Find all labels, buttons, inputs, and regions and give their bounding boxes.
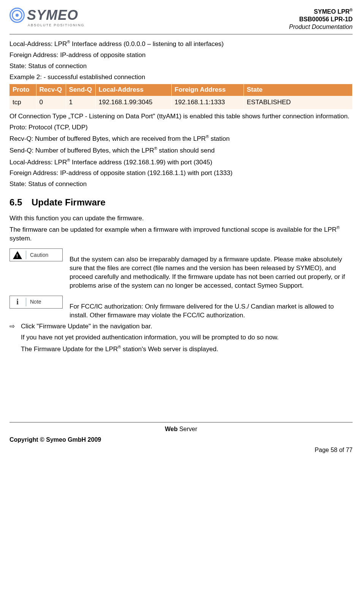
section-heading: 6.5Update Firmware: [9, 196, 353, 209]
table-header-row: Proto Recv-Q Send-Q Local-Address Foreig…: [9, 84, 353, 96]
hdr-line1: SYMEO LPR: [314, 8, 350, 15]
arrow-icon: ⇨: [9, 322, 21, 331]
body-text: State: Status of connection: [9, 62, 353, 71]
td-foreign: 192.168.1.1:1333: [171, 96, 244, 109]
td-proto: tcp: [9, 96, 36, 109]
td-recvq: 0: [36, 96, 66, 109]
body-text: Recv-Q: Number of buffered Bytes, which …: [9, 134, 353, 143]
separator: [26, 298, 26, 306]
page-header: SYMEO ABSOLUTE POSITIONING SYMEO LPR® BS…: [9, 8, 353, 35]
th-sendq: Send-Q: [66, 84, 95, 96]
body-text: Proto: Protocol (TCP, UDP): [9, 123, 353, 132]
step-item: ⇨Click "Firmware Update" in the navigati…: [9, 322, 353, 331]
footer-copyright: Copyright © Symeo GmbH 2009: [9, 436, 101, 444]
note-label-text: Note: [30, 298, 41, 306]
body-text: With this function you can update the fi…: [9, 214, 353, 223]
footer-page: Page 58 of 77: [315, 446, 353, 454]
body-text: Foreign Address: IP-address of opposite …: [9, 169, 353, 178]
th-local: Local-Address: [95, 84, 171, 96]
body-text: Of Connection Type „TCP - Listening on D…: [9, 112, 353, 121]
th-state: State: [244, 84, 353, 96]
connection-table: Proto Recv-Q Send-Q Local-Address Foreig…: [9, 84, 353, 109]
hdr-line3: Product Documentation: [289, 23, 353, 31]
note-label: i Note: [9, 296, 63, 309]
body-text: Foreign Address: IP-address of opposite …: [9, 51, 353, 60]
note-block: i Note For FCC/IC authorization: Only fi…: [9, 296, 353, 320]
page-footer: Web Server Copyright © Symeo GmbH 2009 P…: [9, 422, 353, 454]
reg-mark: ®: [350, 8, 353, 12]
th-proto: Proto: [9, 84, 36, 96]
td-sendq: 1: [66, 96, 95, 109]
logo: SYMEO ABSOLUTE POSITIONING: [9, 8, 85, 27]
caution-body: But the system can also be irreparably d…: [70, 248, 353, 290]
table-row: tcp 0 1 192.168.1.99:3045 192.168.1.1:13…: [9, 96, 353, 109]
header-right: SYMEO LPR® BSB00056 LPR-1D Product Docum…: [289, 8, 353, 31]
body-text: Example 2: - successful established conn…: [9, 73, 353, 82]
caution-block: Caution But the system can also be irrep…: [9, 248, 353, 290]
step-text: If you have not yet provided authenticat…: [21, 333, 353, 342]
caution-label-text: Caution: [30, 251, 48, 259]
th-recvq: Recv-Q: [36, 84, 66, 96]
step-text: Click "Firmware Update" in the navigatio…: [21, 323, 152, 330]
body-text: Send-Q: Number of buffered Bytes, which …: [9, 146, 353, 155]
info-icon: i: [13, 298, 22, 306]
logo-icon: [9, 8, 25, 23]
th-foreign: Foreign Address: [171, 84, 244, 96]
step-text: The Firmware Update for the LPR® station…: [21, 344, 353, 354]
footer-section: Web Server: [9, 425, 353, 433]
body-text: Local-Address: LPR® Interface address (1…: [9, 158, 353, 167]
body-text: The firmware can be updated for example …: [9, 225, 353, 243]
section-number: 6.5: [9, 196, 32, 209]
logo-subtitle: ABSOLUTE POSITIONING: [28, 24, 85, 27]
hdr-line2: BSB00056 LPR-1D: [289, 16, 353, 23]
caution-label: Caution: [9, 248, 63, 261]
logo-text: SYMEO: [27, 8, 78, 22]
body-text: State: Status of connection: [9, 180, 353, 189]
warning-icon: [13, 251, 22, 259]
td-state: ESTABLISHED: [244, 96, 353, 109]
td-local: 192.168.1.99:3045: [95, 96, 171, 109]
note-body: For FCC/IC authorization: Only firmware …: [70, 296, 353, 320]
section-title: Update Firmware: [32, 197, 106, 207]
separator: [26, 251, 26, 259]
body-text: Local-Address: LPR® Interface address (0…: [9, 39, 353, 49]
